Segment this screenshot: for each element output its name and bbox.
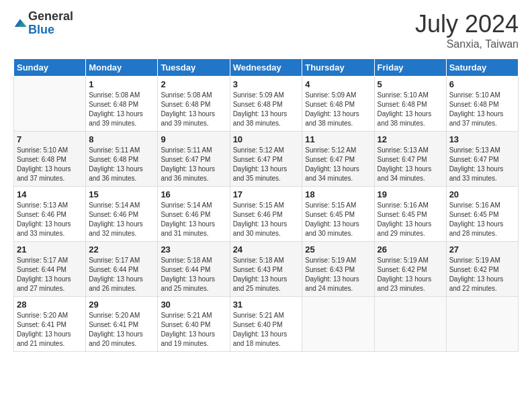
day-info: Sunrise: 5:09 AMSunset: 6:48 PMDaylight:… xyxy=(233,91,300,128)
day-number: 1 xyxy=(89,79,154,89)
weekday-header-wednesday: Wednesday xyxy=(230,59,302,77)
day-info: Sunrise: 5:10 AMSunset: 6:48 PMDaylight:… xyxy=(378,91,443,128)
logo-blue: Blue xyxy=(28,23,54,36)
day-number: 16 xyxy=(161,189,226,199)
title-block: July 2024 Sanxia, Taiwan xyxy=(415,10,519,50)
day-cell: 21Sunrise: 5:17 AMSunset: 6:44 PMDayligh… xyxy=(14,242,86,297)
weekday-header-saturday: Saturday xyxy=(446,59,518,77)
day-cell: 8Sunrise: 5:11 AMSunset: 6:48 PMDaylight… xyxy=(86,132,158,187)
day-cell: 5Sunrise: 5:10 AMSunset: 6:48 PMDaylight… xyxy=(374,77,446,132)
day-number: 19 xyxy=(378,189,443,199)
week-row-1: 1Sunrise: 5:08 AMSunset: 6:48 PMDaylight… xyxy=(14,77,519,132)
day-info: Sunrise: 5:16 AMSunset: 6:45 PMDaylight:… xyxy=(449,201,515,238)
day-cell: 23Sunrise: 5:18 AMSunset: 6:44 PMDayligh… xyxy=(158,242,230,297)
day-cell: 13Sunrise: 5:13 AMSunset: 6:47 PMDayligh… xyxy=(446,132,518,187)
day-cell: 27Sunrise: 5:19 AMSunset: 6:42 PMDayligh… xyxy=(446,242,518,297)
day-number: 29 xyxy=(89,300,154,310)
day-cell: 22Sunrise: 5:17 AMSunset: 6:44 PMDayligh… xyxy=(86,242,158,297)
location-subtitle: Sanxia, Taiwan xyxy=(415,38,519,50)
day-cell xyxy=(14,77,86,132)
day-number: 26 xyxy=(378,244,443,255)
day-cell xyxy=(302,297,374,352)
day-number: 6 xyxy=(449,79,515,89)
day-info: Sunrise: 5:10 AMSunset: 6:48 PMDaylight:… xyxy=(449,91,515,128)
weekday-header-row: SundayMondayTuesdayWednesdayThursdayFrid… xyxy=(14,59,519,77)
day-cell: 28Sunrise: 5:20 AMSunset: 6:41 PMDayligh… xyxy=(14,297,86,352)
day-cell: 17Sunrise: 5:15 AMSunset: 6:46 PMDayligh… xyxy=(230,187,302,242)
day-info: Sunrise: 5:14 AMSunset: 6:46 PMDaylight:… xyxy=(89,201,154,238)
day-cell: 18Sunrise: 5:15 AMSunset: 6:45 PMDayligh… xyxy=(302,187,374,242)
day-number: 3 xyxy=(233,79,300,89)
day-cell: 25Sunrise: 5:19 AMSunset: 6:43 PMDayligh… xyxy=(302,242,374,297)
day-cell: 20Sunrise: 5:16 AMSunset: 6:45 PMDayligh… xyxy=(446,187,518,242)
day-number: 24 xyxy=(233,244,300,255)
week-row-5: 28Sunrise: 5:20 AMSunset: 6:41 PMDayligh… xyxy=(14,297,519,352)
day-number: 30 xyxy=(161,300,226,310)
logo: General Blue xyxy=(13,10,73,37)
day-info: Sunrise: 5:18 AMSunset: 6:43 PMDaylight:… xyxy=(233,256,300,293)
day-info: Sunrise: 5:21 AMSunset: 6:40 PMDaylight:… xyxy=(161,311,226,349)
day-cell: 11Sunrise: 5:12 AMSunset: 6:47 PMDayligh… xyxy=(302,132,374,187)
day-cell: 12Sunrise: 5:13 AMSunset: 6:47 PMDayligh… xyxy=(374,132,446,187)
day-info: Sunrise: 5:14 AMSunset: 6:46 PMDaylight:… xyxy=(161,201,226,238)
day-info: Sunrise: 5:18 AMSunset: 6:44 PMDaylight:… xyxy=(161,256,226,293)
day-number: 23 xyxy=(161,244,226,255)
day-cell: 6Sunrise: 5:10 AMSunset: 6:48 PMDaylight… xyxy=(446,77,518,132)
day-cell xyxy=(374,297,446,352)
day-info: Sunrise: 5:08 AMSunset: 6:48 PMDaylight:… xyxy=(161,91,226,128)
day-info: Sunrise: 5:17 AMSunset: 6:44 PMDaylight:… xyxy=(89,256,154,293)
day-info: Sunrise: 5:12 AMSunset: 6:47 PMDaylight:… xyxy=(305,146,371,183)
day-info: Sunrise: 5:19 AMSunset: 6:42 PMDaylight:… xyxy=(449,256,515,293)
day-info: Sunrise: 5:20 AMSunset: 6:41 PMDaylight:… xyxy=(89,311,154,349)
day-cell: 29Sunrise: 5:20 AMSunset: 6:41 PMDayligh… xyxy=(86,297,158,352)
calendar-table: SundayMondayTuesdayWednesdayThursdayFrid… xyxy=(13,58,519,352)
day-number: 31 xyxy=(233,300,300,310)
day-info: Sunrise: 5:13 AMSunset: 6:47 PMDaylight:… xyxy=(378,146,443,183)
day-number: 28 xyxy=(17,300,83,310)
day-cell: 7Sunrise: 5:10 AMSunset: 6:48 PMDaylight… xyxy=(14,132,86,187)
day-info: Sunrise: 5:19 AMSunset: 6:42 PMDaylight:… xyxy=(378,256,443,293)
day-number: 25 xyxy=(305,244,371,255)
week-row-4: 21Sunrise: 5:17 AMSunset: 6:44 PMDayligh… xyxy=(14,242,519,297)
day-number: 14 xyxy=(17,189,83,199)
day-number: 20 xyxy=(449,189,515,199)
weekday-header-monday: Monday xyxy=(86,59,158,77)
page: General Blue July 2024 Sanxia, Taiwan Su… xyxy=(0,0,532,411)
day-number: 10 xyxy=(233,134,300,144)
day-info: Sunrise: 5:19 AMSunset: 6:43 PMDaylight:… xyxy=(305,256,371,293)
day-cell: 24Sunrise: 5:18 AMSunset: 6:43 PMDayligh… xyxy=(230,242,302,297)
day-cell: 10Sunrise: 5:12 AMSunset: 6:47 PMDayligh… xyxy=(230,132,302,187)
weekday-header-tuesday: Tuesday xyxy=(158,59,230,77)
day-info: Sunrise: 5:08 AMSunset: 6:48 PMDaylight:… xyxy=(89,91,154,128)
day-info: Sunrise: 5:13 AMSunset: 6:47 PMDaylight:… xyxy=(449,146,515,183)
day-info: Sunrise: 5:20 AMSunset: 6:41 PMDaylight:… xyxy=(17,311,83,349)
day-number: 15 xyxy=(89,189,154,199)
month-title: July 2024 xyxy=(415,10,519,38)
day-number: 2 xyxy=(161,79,226,89)
day-info: Sunrise: 5:13 AMSunset: 6:46 PMDaylight:… xyxy=(17,201,83,238)
day-cell: 1Sunrise: 5:08 AMSunset: 6:48 PMDaylight… xyxy=(86,77,158,132)
day-number: 13 xyxy=(449,134,515,144)
day-number: 21 xyxy=(17,244,83,255)
header: General Blue July 2024 Sanxia, Taiwan xyxy=(13,10,519,50)
day-number: 9 xyxy=(161,134,226,144)
day-info: Sunrise: 5:10 AMSunset: 6:48 PMDaylight:… xyxy=(17,146,83,183)
day-cell: 4Sunrise: 5:09 AMSunset: 6:48 PMDaylight… xyxy=(302,77,374,132)
day-info: Sunrise: 5:15 AMSunset: 6:46 PMDaylight:… xyxy=(233,201,300,238)
day-info: Sunrise: 5:21 AMSunset: 6:40 PMDaylight:… xyxy=(233,311,300,349)
week-row-3: 14Sunrise: 5:13 AMSunset: 6:46 PMDayligh… xyxy=(14,187,519,242)
day-cell: 16Sunrise: 5:14 AMSunset: 6:46 PMDayligh… xyxy=(158,187,230,242)
day-cell: 15Sunrise: 5:14 AMSunset: 6:46 PMDayligh… xyxy=(86,187,158,242)
day-info: Sunrise: 5:11 AMSunset: 6:48 PMDaylight:… xyxy=(89,146,154,183)
day-number: 22 xyxy=(89,244,154,255)
day-number: 17 xyxy=(233,189,300,199)
day-number: 18 xyxy=(305,189,371,199)
day-info: Sunrise: 5:15 AMSunset: 6:45 PMDaylight:… xyxy=(305,201,371,238)
day-cell: 9Sunrise: 5:11 AMSunset: 6:47 PMDaylight… xyxy=(158,132,230,187)
day-info: Sunrise: 5:11 AMSunset: 6:47 PMDaylight:… xyxy=(161,146,226,183)
day-info: Sunrise: 5:17 AMSunset: 6:44 PMDaylight:… xyxy=(17,256,83,293)
day-cell: 19Sunrise: 5:16 AMSunset: 6:45 PMDayligh… xyxy=(374,187,446,242)
day-number: 11 xyxy=(305,134,371,144)
weekday-header-friday: Friday xyxy=(374,59,446,77)
day-cell: 2Sunrise: 5:08 AMSunset: 6:48 PMDaylight… xyxy=(158,77,230,132)
